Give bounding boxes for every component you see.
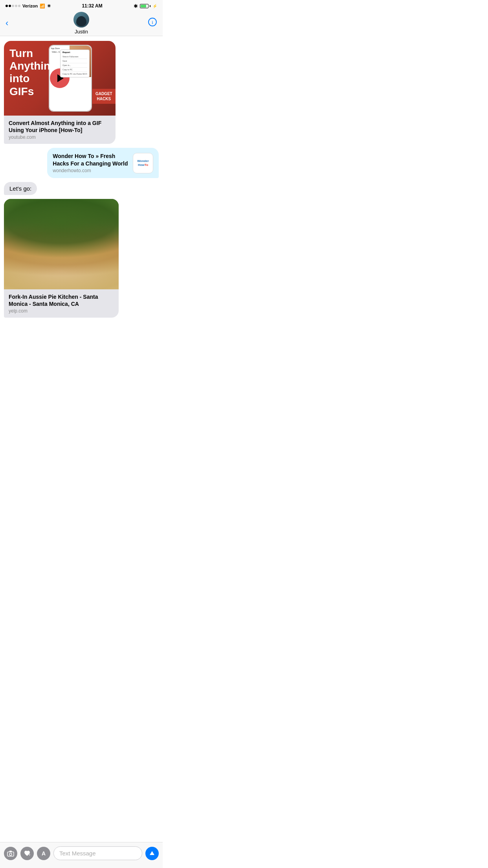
message-row-1: TurnAnythingintoGIFs App Store▼ Video › … (4, 41, 159, 144)
contact-name: Justin (75, 29, 88, 35)
gif-text-overlay: TurnAnythingintoGIFs (9, 47, 57, 98)
avatar[interactable] (73, 12, 89, 28)
info-button[interactable]: i (143, 17, 157, 29)
yelp-card-body: Fork-In Aussie Pie Kitchen - Santa Monic… (4, 289, 119, 318)
signal-dot-1 (6, 5, 8, 7)
phone-menu-copytopc: Copy to PC (62, 68, 87, 72)
battery-body (140, 4, 149, 8)
wonderhowto-logo-text: Wonder HowTo (137, 159, 149, 167)
gadget-hacks-logo: GADGETHACKS (92, 89, 116, 104)
activity-icon: ✳ (47, 4, 51, 9)
bluetooth-icon: ✱ (134, 3, 138, 9)
whto-how: How (138, 163, 145, 167)
svg-text:i: i (152, 19, 153, 25)
status-bar: Verizon 📶 ✳ 11:32 AM ✱ ⚡ (0, 0, 163, 11)
signal-dots (6, 5, 20, 7)
battery (140, 4, 150, 8)
phone-report-label: Report (62, 51, 87, 53)
link-card-image: TurnAnythingintoGIFs App Store▼ Video › … (4, 41, 116, 116)
battery-tip (150, 5, 150, 7)
wifi-icon: 📶 (40, 4, 45, 9)
back-button[interactable]: ‹ (6, 18, 20, 28)
link-card-body: Convert Almost Anything into a GIF Using… (4, 116, 116, 144)
phone-menu-save: Save (62, 59, 87, 63)
wonderhowto-domain: wonderhowto.com (53, 168, 129, 173)
youtube-link-card[interactable]: TurnAnythingintoGIFs App Store▼ Video › … (4, 41, 116, 144)
status-time: 11:32 AM (82, 3, 102, 9)
phone-report-menu: Report View in Fullscreen Save Open in..… (60, 50, 90, 77)
phone-menu-copytopc-wifi: Copy to PC via iTunes Wi-Fi (62, 72, 87, 76)
carrier-label: Verizon (22, 4, 38, 8)
nav-bar: ‹ Justin i (0, 11, 163, 36)
phone-menu-openin: Open in... (62, 63, 87, 68)
lets-go-bubble: Let's go: (4, 182, 37, 195)
status-right: ✱ ⚡ (134, 3, 157, 9)
yelp-food-image (4, 199, 119, 289)
wonderhowto-title: Wonder How To » Fresh Hacks For a Changi… (53, 153, 129, 167)
whto-to: To (145, 163, 148, 167)
message-row-3: Let's go: (4, 182, 159, 195)
wonderhowto-link-card[interactable]: Wonder How To » Fresh Hacks For a Changi… (47, 148, 159, 178)
whto-wonder: Wonder (137, 159, 149, 163)
signal-dot-4 (15, 5, 17, 7)
signal-dot-5 (18, 5, 20, 7)
yelp-domain: yelp.com (9, 308, 114, 314)
youtube-link-title: Convert Almost Anything into a GIF Using… (9, 120, 111, 134)
link-card-bg: TurnAnythingintoGIFs App Store▼ Video › … (4, 41, 116, 116)
status-left: Verizon 📶 ✳ (6, 4, 51, 9)
signal-dot-2 (9, 5, 11, 7)
food-visual (4, 199, 119, 289)
signal-dot-3 (12, 5, 14, 7)
charging-icon: ⚡ (152, 4, 157, 8)
messages-area: TurnAnythingintoGIFs App Store▼ Video › … (0, 36, 163, 322)
message-row-4: Fork-In Aussie Pie Kitchen - Santa Monic… (4, 199, 159, 318)
yelp-title: Fork-In Aussie Pie Kitchen - Santa Monic… (9, 293, 114, 307)
avatar-silhouette (76, 16, 86, 26)
nav-center: Justin (73, 12, 89, 35)
outgoing-link-text: Wonder How To » Fresh Hacks For a Changi… (53, 153, 129, 173)
phone-menu-fullscreen: View in Fullscreen (62, 55, 87, 59)
youtube-link-domain: youtube.com (9, 134, 111, 140)
yelp-link-card[interactable]: Fork-In Aussie Pie Kitchen - Santa Monic… (4, 199, 119, 318)
battery-fill (141, 5, 146, 7)
bottom-spacer (0, 322, 163, 354)
message-row-2: Wonder How To » Fresh Hacks For a Changi… (4, 148, 159, 178)
wonderhowto-logo: Wonder HowTo (133, 153, 153, 173)
